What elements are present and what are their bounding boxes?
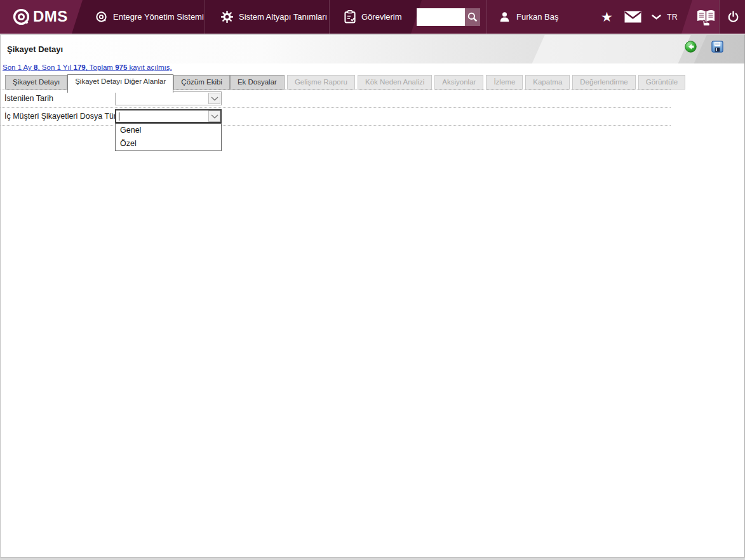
language-code: TR (667, 13, 678, 22)
star-icon: ★ (601, 0, 613, 34)
tab-kok-neden-analizi: Kök Neden Analizi (358, 75, 432, 90)
combobox-dropdown-button[interactable] (208, 110, 220, 122)
text-caret (119, 112, 119, 121)
chevron-down-icon (211, 97, 218, 101)
menu-item-label: Sistem Altyapı Tanımları (239, 12, 327, 22)
tab-ek-dosyalar[interactable]: Ek Dosyalar (230, 75, 285, 90)
back-arrow-icon (685, 41, 697, 53)
qdms-logo-icon (12, 8, 30, 26)
complaint-detail-form: İstenilen Tarih İç Müşteri Şikayetleri D… (1, 90, 671, 126)
user-name: Furkan Baş (516, 12, 558, 22)
form-row-dosya-turu: İç Müşteri Şikayetleri Dosya Türü (1, 108, 671, 126)
search-icon (467, 12, 478, 22)
combobox-dropdown-button[interactable] (208, 93, 220, 104)
app-window: DMS Entegre Yönetim Sistemi Sistem Altya… (0, 0, 745, 560)
tab-goruntule: Görüntüle (638, 75, 686, 90)
topbar-divider (719, 0, 720, 34)
field-label: İç Müşteri Şikayetleri Dosya Türü (4, 108, 121, 125)
integrated-system-icon (95, 11, 107, 23)
help-book-icon (695, 8, 717, 26)
tab-kapatma: Kapatma (525, 75, 570, 90)
user-icon (499, 11, 510, 22)
istenilen-tarih-combobox[interactable] (115, 91, 222, 105)
stats-total-count: 975 (115, 63, 127, 71)
menu-item-gorevlerim[interactable]: Görevlerim (344, 0, 402, 34)
top-navigation-bar: DMS Entegre Yönetim Sistemi Sistem Altya… (0, 0, 745, 34)
page-title-bar: Şikayet Detayı (1, 35, 744, 63)
field-label: İstenilen Tarih (4, 90, 53, 107)
stats-text: , Son 1 Yıl (37, 63, 73, 71)
stats-text: kayıt açılmış. (127, 63, 171, 71)
topbar-divider (329, 0, 330, 34)
logo-text: DMS (33, 7, 68, 26)
stats-text: , Toplam (86, 63, 115, 71)
menu-item-label: Entegre Yönetim Sistemi (113, 12, 204, 22)
qdms-logo[interactable]: DMS (12, 7, 68, 26)
favorites-button[interactable]: ★ (601, 0, 613, 34)
tasks-clipboard-icon (344, 10, 356, 23)
save-floppy-icon (711, 41, 723, 53)
stats-text: Son 1 Ay (3, 63, 34, 71)
chevron-down-icon (211, 114, 218, 119)
logout-button[interactable] (727, 0, 739, 34)
search-input[interactable] (417, 8, 465, 26)
bottom-edge (0, 557, 745, 560)
stats-last-year-count: 179 (73, 63, 85, 71)
record-stats-bar: Son 1 Ay 8, Son 1 Yıl 179, Toplam 975 ka… (1, 63, 744, 74)
messages-button[interactable] (624, 0, 641, 34)
menu-item-entegre-yonetim-sistemi[interactable]: Entegre Yönetim Sistemi (95, 0, 204, 34)
menu-item-label: Görevlerim (361, 12, 402, 22)
topbar-divider (487, 0, 487, 34)
save-button[interactable] (711, 41, 723, 53)
user-menu[interactable]: Furkan Baş (499, 0, 558, 34)
envelope-icon (624, 11, 641, 23)
tab-gelisme-raporu: Gelişme Raporu (287, 75, 355, 90)
chevron-down-icon (652, 15, 661, 20)
back-button[interactable] (685, 41, 697, 53)
titlebar-decoration (522, 35, 700, 63)
dropdown-option-genel[interactable]: Genel (116, 124, 221, 137)
tab-strip: Şikayet Detayı Şikayet Detayı Diğer Alan… (1, 74, 744, 91)
tab-izleme: İzleme (486, 75, 523, 90)
content-frame: Şikayet Detayı (0, 34, 745, 557)
help-guide-button[interactable] (695, 0, 717, 34)
tab-degerlendirme: Değerlendirme (572, 75, 635, 90)
dosya-turu-combobox[interactable] (115, 109, 222, 123)
record-stats-link[interactable]: Son 1 Ay 8, Son 1 Yıl 179, Toplam 975 ka… (3, 63, 172, 71)
page-title: Şikayet Detayı (7, 44, 63, 54)
global-search (417, 8, 480, 26)
search-button[interactable] (465, 8, 480, 26)
tab-aksiyonlar: Aksiyonlar (434, 75, 483, 90)
power-icon (727, 11, 739, 23)
gear-icon (221, 11, 233, 23)
menu-item-sistem-altyapi-tanimlari[interactable]: Sistem Altyapı Tanımları (221, 0, 327, 34)
dropdown-option-ozel[interactable]: Özel (116, 137, 221, 150)
tab-sikayet-detayi-diger-alanlar[interactable]: Şikayet Detayı Diğer Alanlar (67, 74, 173, 93)
topbar-divider (205, 0, 205, 34)
tab-cozum-ekibi[interactable]: Çözüm Ekibi (173, 75, 230, 90)
tab-sikayet-detayi[interactable]: Şikayet Detayı (5, 75, 67, 90)
language-selector[interactable]: TR (652, 0, 678, 34)
dosya-turu-dropdown-list: Genel Özel (115, 123, 222, 151)
